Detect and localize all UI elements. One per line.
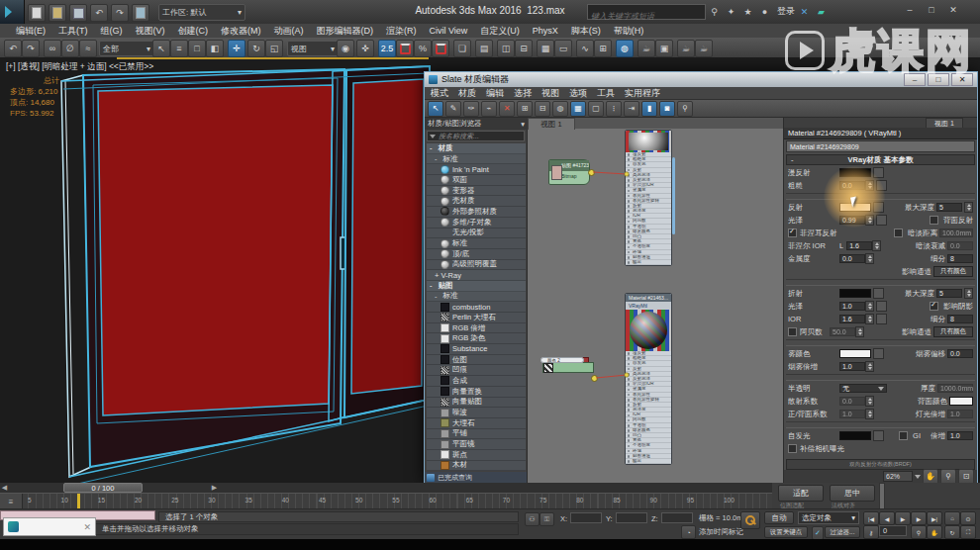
- time-tag-icon[interactable]: ◔: [681, 525, 696, 539]
- sme-show-realistic-icon[interactable]: ◙: [659, 101, 675, 117]
- select-object-icon[interactable]: ↖: [152, 40, 170, 57]
- max-depth-spinner[interactable]: [964, 202, 973, 213]
- zoom-level-field[interactable]: 62%: [883, 471, 913, 482]
- undo-icon[interactable]: ↶: [4, 40, 22, 57]
- select-move-icon[interactable]: ✛: [228, 40, 245, 57]
- browser-row[interactable]: 标准: [427, 238, 526, 249]
- front-back-field[interactable]: 1.0: [839, 410, 865, 418]
- roughness-spinner[interactable]: [865, 180, 874, 191]
- bitmap-output-socket[interactable]: [588, 169, 595, 176]
- refract-color-swatch[interactable]: [839, 289, 871, 298]
- diffuse-map-button[interactable]: [873, 167, 884, 178]
- select-link-icon[interactable]: ∞: [44, 40, 61, 57]
- new-file-icon[interactable]: [28, 4, 46, 22]
- metalness-field[interactable]: 0.0: [839, 254, 865, 263]
- browser-row[interactable]: combustion: [427, 302, 526, 313]
- current-frame-field[interactable]: 0: [879, 525, 907, 536]
- layer-manager-icon[interactable]: ▦: [537, 40, 554, 57]
- browser-search[interactable]: 按名称搜索...: [427, 131, 525, 141]
- menu-item[interactable]: Civil View: [430, 26, 468, 36]
- camera-exposure-checkbox[interactable]: [788, 444, 797, 453]
- fog-color-swatch[interactable]: [839, 349, 871, 358]
- fresnel-ior-spinner[interactable]: [872, 240, 881, 251]
- roughness-field[interactable]: 0.0: [839, 181, 865, 190]
- menu-item[interactable]: 脚本(S): [571, 25, 601, 38]
- browser-row[interactable]: 平铺: [427, 429, 526, 440]
- refr-affect-channels-button[interactable]: 只有颜色: [933, 326, 973, 337]
- align-icon[interactable]: ⊟: [515, 40, 533, 57]
- go-to-end-icon[interactable]: ▶|: [927, 511, 942, 525]
- mix-output-socket[interactable]: [591, 375, 598, 382]
- menu-item[interactable]: 工具(T): [58, 25, 88, 38]
- select-scale-icon[interactable]: ◱: [265, 40, 283, 57]
- sme-show-end-result-icon[interactable]: ⇥: [624, 101, 639, 117]
- gi-checkbox[interactable]: [899, 431, 908, 440]
- zoom-viewport-icon[interactable]: ⚲: [911, 525, 927, 539]
- menu-item[interactable]: 图形编辑器(D): [317, 25, 374, 38]
- selection-filter-dropdown[interactable]: 全部 ▾: [99, 41, 154, 56]
- browser-row[interactable]: 顶/底: [427, 249, 526, 260]
- vray-material-node-top[interactable]: 漫反射粗糙度自发光反射高光光泽反射光泽菲涅尔IOR金属度各向异性各向异性旋转折射…: [625, 130, 672, 266]
- refr-subdivs-field[interactable]: 8: [947, 315, 973, 323]
- prev-frame-arrow[interactable]: ◀: [0, 483, 9, 493]
- key-filters-icon[interactable]: ✓: [812, 526, 824, 540]
- menu-item[interactable]: 自定义(U): [480, 25, 520, 38]
- menu-item[interactable]: 渲染(R): [386, 25, 417, 38]
- set-keys-button[interactable]: [740, 511, 760, 529]
- browser-row[interactable]: Ink 'n Paint: [427, 164, 526, 175]
- add-time-tag[interactable]: 添加时间标记: [699, 527, 743, 537]
- browser-row[interactable]: 凹痕: [427, 365, 526, 376]
- sme-preview-icon[interactable]: ◍: [552, 101, 568, 117]
- sme-maximize-button[interactable]: □: [928, 73, 949, 86]
- sme-menu-item[interactable]: 视图: [541, 87, 559, 100]
- abbe-checkbox[interactable]: [788, 327, 797, 336]
- y-coordinate-field[interactable]: [616, 512, 647, 523]
- gloss-map-button[interactable]: [876, 215, 887, 226]
- zoom-extents-icon[interactable]: ⌂: [944, 511, 960, 525]
- diffuse-color-swatch[interactable]: [839, 168, 871, 177]
- rectangular-region-icon[interactable]: □: [188, 40, 206, 57]
- search-go-icon[interactable]: ⚲: [707, 4, 722, 19]
- sme-menu-item[interactable]: 模式: [431, 87, 448, 100]
- reference-coordinate-dropdown[interactable]: 视图 ▾: [287, 41, 339, 56]
- browser-row[interactable]: + V-Ray: [427, 270, 526, 281]
- metalness-spinner[interactable]: [865, 253, 874, 264]
- go-to-start-icon[interactable]: |◀: [863, 511, 879, 525]
- node-view[interactable]: 视图 1 贴图 #41723... Bitmap 漫反射粗糙度自发光反射高光光泽…: [528, 118, 783, 483]
- sme-zoom-icon[interactable]: ⚲: [677, 101, 693, 117]
- ior-spinner[interactable]: [865, 314, 874, 324]
- vray-material-node-bottom[interactable]: Material #21463... VRayMtl 漫反射粗糙度自发光反射高光…: [625, 293, 672, 465]
- refr-max-depth-spinner[interactable]: [964, 288, 973, 299]
- sme-show-background-icon[interactable]: ▢: [588, 101, 604, 117]
- browser-row[interactable]: 标准: [427, 292, 526, 303]
- refr-gloss-spinner[interactable]: [865, 301, 874, 312]
- exchange-icon[interactable]: ✦: [724, 4, 738, 19]
- affect-shadows-checkbox[interactable]: [930, 302, 938, 311]
- sme-menu-item[interactable]: 编辑: [486, 87, 504, 100]
- open-mini-curve-editor-icon[interactable]: ≡: [0, 494, 23, 509]
- lock-toggle[interactable]: L: [839, 241, 843, 250]
- next-frame-arrow[interactable]: ▶: [210, 483, 219, 493]
- menu-item[interactable]: 编辑(E): [16, 25, 46, 38]
- sme-menu-item[interactable]: 选项: [569, 87, 587, 100]
- menu-item[interactable]: 视图(V): [136, 25, 165, 38]
- dim-distance-field[interactable]: 100.0mm: [939, 229, 973, 237]
- sme-delete-icon[interactable]: ✕: [499, 101, 515, 117]
- favorites-icon[interactable]: ★: [740, 4, 755, 19]
- abbe-field[interactable]: 50.0: [830, 327, 855, 336]
- save-icon[interactable]: [69, 4, 87, 22]
- render-production-icon[interactable]: ☕: [677, 40, 695, 57]
- browser-row[interactable]: 标准: [427, 154, 526, 165]
- pan-viewport-icon[interactable]: ✋: [927, 525, 942, 539]
- undo-icon[interactable]: ↶: [90, 4, 108, 22]
- browser-row[interactable]: 合成: [427, 376, 526, 387]
- self-illum-swatch[interactable]: [839, 431, 871, 440]
- backface-checkbox[interactable]: [930, 216, 938, 225]
- orbit-viewport-icon[interactable]: ↻: [944, 525, 960, 539]
- select-rotate-icon[interactable]: ↻: [247, 40, 265, 57]
- browser-row[interactable]: 向量贴图: [427, 398, 526, 409]
- bitmap-node[interactable]: 贴图 #41723... Bitmap: [548, 159, 590, 185]
- percent-snap-icon[interactable]: %: [414, 40, 432, 57]
- toast-close-icon[interactable]: ✕: [83, 522, 91, 532]
- browser-row[interactable]: 噪波: [427, 408, 526, 418]
